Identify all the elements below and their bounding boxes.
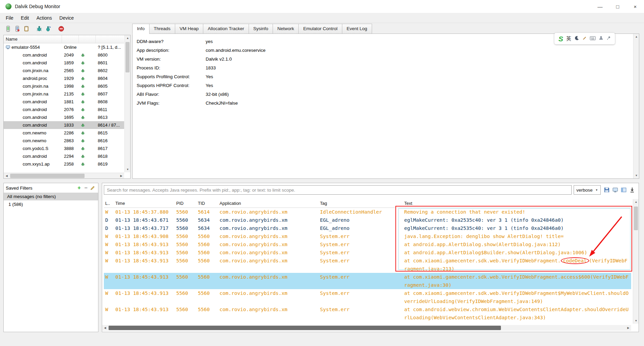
menu-item-edit[interactable]: Edit: [17, 14, 33, 22]
logcat-search-input[interactable]: [104, 185, 572, 195]
tab-threads[interactable]: Threads: [149, 24, 175, 34]
device-column-3[interactable]: [79, 35, 96, 43]
update-heap-icon[interactable]: [35, 25, 43, 33]
process-port: 8611: [96, 106, 124, 113]
log-row[interactable]: D01-13 18:45:43.71755605634com.rovio.ang…: [104, 224, 631, 232]
stop-process-icon[interactable]: [57, 25, 65, 33]
process-row[interactable]: com.jinxin.na25658602: [4, 67, 124, 74]
log-column-header[interactable]: Text: [403, 201, 631, 206]
menu-item-device[interactable]: Device: [56, 14, 78, 22]
log-cell: com.rovio.angrybirds.xm: [218, 232, 319, 240]
toggle-filters-pane-icon[interactable]: [620, 187, 627, 193]
scroll-right-icon[interactable]: ▶: [625, 325, 631, 331]
remove-filter-button[interactable]: −: [83, 185, 89, 191]
log-column-header[interactable]: Time: [114, 201, 175, 206]
log-column-header[interactable]: PID: [175, 201, 197, 206]
info-vertical-scrollbar[interactable]: ▲ ▼: [633, 34, 639, 178]
phone-device-icon[interactable]: [4, 25, 12, 33]
ime-language-label[interactable]: 英: [566, 36, 571, 42]
process-row[interactable]: com.newmo22868615: [4, 129, 124, 137]
scroll-up-icon[interactable]: ▲: [125, 35, 131, 41]
log-row[interactable]: W01-13 18:45:43.91355605560com.rovio.ang…: [104, 305, 631, 322]
log-row[interactable]: W01-13 18:45:43.90855605560com.rovio.ang…: [104, 232, 631, 240]
log-row[interactable]: W01-13 18:45:43.91355605560com.rovio.ang…: [104, 289, 631, 305]
filter-item[interactable]: 1 (586): [4, 200, 98, 208]
process-row[interactable]: com.jinxin.na21358607: [4, 90, 124, 98]
scroll-down-icon[interactable]: ▼: [633, 318, 639, 324]
process-row[interactable]: com.xxys1.ap23588619: [4, 160, 124, 168]
log-row[interactable]: W01-13 18:45:43.91355605560com.rovio.ang…: [104, 322, 631, 324]
process-row[interactable]: com.android22948618: [4, 152, 124, 160]
tab-sysinfo[interactable]: Sysinfo: [249, 24, 273, 34]
user-icon[interactable]: [599, 36, 603, 42]
device-column-4[interactable]: [96, 35, 125, 43]
clipboard-icon[interactable]: [22, 25, 30, 33]
log-column-header[interactable]: TID: [197, 201, 218, 206]
filter-item[interactable]: All messages (no filters): [4, 193, 98, 200]
tab-vm-heap[interactable]: VM Heap: [175, 24, 203, 34]
save-log-icon[interactable]: [603, 187, 610, 193]
process-row[interactable]: com.android20768611: [4, 106, 124, 113]
log-row[interactable]: D01-13 18:45:43.67155605634com.rovio.ang…: [104, 216, 631, 224]
log-level-dropdown[interactable]: verbose ▼: [574, 185, 601, 195]
scroll-up-icon[interactable]: ▲: [634, 34, 639, 40]
menu-item-actions[interactable]: Actions: [33, 14, 56, 22]
sogou-logo-icon[interactable]: S: [558, 35, 563, 42]
device-horizontal-scrollbar[interactable]: ◀ ▶: [4, 173, 124, 178]
menu-item-file[interactable]: File: [2, 14, 17, 22]
process-row[interactable]: com.android18818608: [4, 98, 124, 106]
info-row: VM version:Dalvik v2.1.0: [133, 55, 639, 64]
process-row[interactable]: com.android18338614 / 87...: [4, 121, 124, 129]
phone-debug-icon[interactable]: [13, 25, 21, 33]
device-row[interactable]: emulator-5554Online? [5.1.1, d...: [4, 43, 124, 51]
scroll-left-icon[interactable]: ◀: [102, 325, 108, 331]
process-row[interactable]: com.android16958613: [4, 113, 124, 121]
brush-icon[interactable]: [582, 36, 587, 42]
log-column-header[interactable]: L..: [104, 201, 114, 206]
device-column-name[interactable]: Name: [4, 35, 62, 43]
log-vertical-scrollbar[interactable]: ▲ ▼: [633, 199, 639, 324]
process-status-icon: [81, 69, 85, 73]
log-horizontal-scrollbar[interactable]: ◀ ▶: [102, 325, 631, 331]
wrench-icon[interactable]: [606, 36, 611, 42]
log-row[interactable]: W01-13 18:45:43.91355605560com.rovio.ang…: [104, 273, 631, 289]
device-vertical-scrollbar[interactable]: ▲ ▼: [124, 35, 130, 172]
capture-screen-icon[interactable]: [612, 187, 619, 193]
keyboard-icon[interactable]: [590, 36, 596, 42]
tab-allocation-tracker[interactable]: Allocation Tracker: [203, 24, 248, 34]
scroll-to-bottom-icon[interactable]: [629, 187, 636, 193]
scroll-right-icon[interactable]: ▶: [118, 173, 124, 179]
edit-filter-icon[interactable]: [89, 185, 96, 191]
tab-network[interactable]: Network: [273, 24, 299, 34]
log-column-header[interactable]: Tag: [319, 201, 403, 206]
log-column-header[interactable]: Application: [218, 201, 319, 206]
tab-info[interactable]: Info: [132, 24, 149, 34]
log-row[interactable]: W01-13 18:45:43.91355605560com.rovio.ang…: [104, 257, 631, 273]
device-column-2[interactable]: [62, 35, 79, 43]
process-row[interactable]: com.jinxin.na19988605: [4, 82, 124, 90]
moon-icon[interactable]: [574, 36, 579, 42]
close-button[interactable]: ×: [626, 0, 644, 13]
process-row[interactable]: com.android20498600: [4, 51, 124, 59]
scroll-left-icon[interactable]: ◀: [4, 173, 9, 179]
log-cell: com.rovio.angrybirds.xm: [218, 224, 319, 232]
maximize-button[interactable]: □: [609, 0, 626, 13]
log-row[interactable]: W01-13 18:45:43.91355605560com.rovio.ang…: [104, 248, 631, 257]
process-row[interactable]: android.proc19298604: [4, 74, 124, 82]
process-port: 8608: [96, 98, 124, 106]
scroll-down-icon[interactable]: ▼: [125, 167, 131, 172]
log-text: eglMakeCurrent: 0xa2535c40: ver 3 1 (tin…: [403, 224, 631, 232]
update-threads-icon[interactable]: [44, 25, 52, 33]
minimize-button[interactable]: —: [591, 0, 609, 13]
log-row[interactable]: W01-13 18:45:37.88055605614com.rovio.ang…: [104, 208, 631, 216]
scroll-down-icon[interactable]: ▼: [634, 173, 639, 178]
process-row[interactable]: com.yodo1.S38888617: [4, 145, 124, 152]
ime-toolbar[interactable]: S 英: [554, 33, 615, 44]
process-row[interactable]: com.newmo28638616: [4, 137, 124, 145]
tab-emulator-control[interactable]: Emulator Control: [298, 24, 342, 34]
add-filter-button[interactable]: +: [76, 185, 83, 191]
log-row[interactable]: W01-13 18:45:43.91355605560com.rovio.ang…: [104, 240, 631, 248]
scroll-up-icon[interactable]: ▲: [633, 199, 639, 205]
process-row[interactable]: com.android18598601: [4, 59, 124, 67]
tab-event-log[interactable]: Event Log: [342, 24, 372, 34]
